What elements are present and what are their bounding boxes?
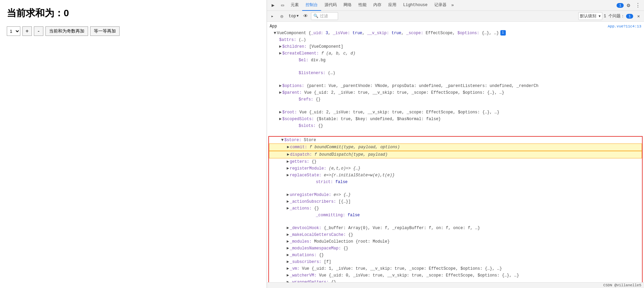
- local-getters-cache-line: ► _makeLocalGettersCache: {}: [269, 231, 642, 238]
- close-drawer-icon[interactable]: ✕: [635, 12, 643, 20]
- commit-toggle[interactable]: ►: [287, 144, 289, 150]
- store-section: ▼ $store: Store ► commit: f boundCommit(…: [268, 136, 643, 282]
- root-val: Vue {_uid: 2, _isVue: true, __v_skip: tr…: [299, 109, 500, 115]
- plus-button[interactable]: +: [22, 26, 32, 36]
- more-tabs-button[interactable]: »: [450, 3, 455, 8]
- tab-console[interactable]: 控制台: [302, 0, 321, 11]
- context-select[interactable]: top ▼: [287, 13, 300, 19]
- tab-elements[interactable]: 元素: [287, 0, 302, 11]
- replace-state-toggle[interactable]: ►: [287, 172, 289, 178]
- local-getters-cache-toggle[interactable]: ►: [287, 232, 289, 238]
- action-subscribers-toggle[interactable]: ►: [287, 199, 289, 205]
- expand-toggle[interactable]: ▼: [274, 30, 276, 36]
- commit-line: ► commit: f boundCommit(type, payload, o…: [269, 143, 642, 151]
- issues-section: 1 个问题： 1: [604, 13, 633, 19]
- tab-application[interactable]: 应用: [385, 0, 400, 11]
- watcher-vm-toggle[interactable]: ►: [287, 272, 289, 279]
- clear-console-icon[interactable]: ▸: [268, 12, 276, 20]
- tab-recorder[interactable]: 记录器: [431, 0, 450, 11]
- watcher-vm-line: ► _watcherVM: Vue {_uid: 0, _isVue: true…: [269, 272, 642, 279]
- context-dropdown-icon: ▼: [297, 14, 299, 18]
- subscribers-line: ► _subscribers: [f]: [269, 259, 642, 265]
- modules-line: ► _modules: ModuleCollection {root: Modu…: [269, 238, 642, 245]
- attrs-val: (…): [299, 37, 306, 43]
- unregister-module-toggle[interactable]: ►: [287, 192, 289, 198]
- actions-key: _actions:: [290, 205, 312, 212]
- number-select[interactable]: 1 2 3: [7, 26, 20, 36]
- replace-state-line: ► replaceState: e=>{r.initialState=w(e),…: [269, 172, 642, 179]
- devtool-hook-line: ► _devtoolHook: {_buffer: Array(0), Vue:…: [269, 225, 642, 231]
- options-line: ► $options: {parent: Vue, _parentVnode: …: [267, 83, 644, 89]
- create-element-val: f (a, b, c, d): [321, 50, 355, 57]
- minus-button[interactable]: -: [34, 26, 43, 36]
- log-level-dropdown-icon: ▼: [599, 15, 601, 18]
- subscribers-toggle[interactable]: ►: [287, 259, 289, 265]
- eye-icon[interactable]: 👁: [302, 12, 310, 20]
- filter-input[interactable]: 🔍 过滤: [311, 12, 338, 20]
- devtools-second-toolbar: ▸ ◎ top ▼ 👁 🔍 过滤 默认级别 ▼ 1 个问题： 1 ✕: [267, 11, 644, 22]
- device-toggle-icon[interactable]: ▭: [278, 1, 287, 10]
- tab-network[interactable]: 网络: [340, 0, 355, 11]
- parent-toggle[interactable]: ►: [279, 90, 282, 96]
- actions-toggle[interactable]: ►: [287, 205, 289, 212]
- issues-badge: 1: [617, 3, 624, 8]
- committing-line: _committing: false: [269, 212, 642, 225]
- add-if-odd-button[interactable]: 当前和为奇数再加: [45, 26, 88, 36]
- dispatch-toggle[interactable]: ►: [287, 152, 289, 158]
- file-link[interactable]: App.vue?11c4:13: [608, 23, 641, 29]
- tab-performance[interactable]: 性能: [355, 0, 370, 11]
- listeners-key: $listeners:: [299, 70, 326, 76]
- local-getters-cache-key: _makeLocalGettersCache:: [290, 232, 346, 238]
- devtools-top-toolbar: ▶ ▭ 元素 控制台 源代码 网络 性能 内存 应用 Lighthouse 记录…: [267, 0, 644, 11]
- store-key: $store:: [284, 137, 301, 143]
- slots-val: {}: [318, 123, 323, 129]
- register-module-val: (e,t,o)=> {…}: [329, 165, 360, 172]
- parent-line: ► $parent: Vue {_uid: 2, _isVue: true, _…: [267, 89, 644, 96]
- parent-val: Vue {_uid: 2, _isVue: true, __v_skip: tr…: [304, 90, 504, 96]
- vm-toggle[interactable]: ►: [287, 266, 289, 272]
- modules-namespace-map-toggle[interactable]: ►: [287, 245, 289, 251]
- options-toggle[interactable]: ►: [279, 83, 282, 89]
- devtool-hook-val: {_buffer: Array(0), Vue: f, _replayBuffe…: [324, 225, 480, 231]
- create-element-line: ► $createElement: f (a, b, c, d): [267, 50, 644, 57]
- devtool-hook-key: _devtoolHook:: [290, 225, 321, 231]
- el-key: $el:: [299, 57, 309, 63]
- unregister-module-val: e=> {…}: [334, 192, 351, 198]
- store-val: Store: [304, 137, 316, 143]
- subscribers-key: _subscribers:: [290, 259, 321, 265]
- tab-lighthouse[interactable]: Lighthouse: [400, 0, 431, 11]
- actions-line: ► _actions: {}: [269, 205, 642, 212]
- children-toggle[interactable]: ►: [279, 44, 282, 50]
- actions-val: {}: [314, 205, 319, 212]
- register-module-toggle[interactable]: ►: [287, 165, 289, 172]
- bottom-bar: CSDN @Villanelle5: [267, 282, 644, 288]
- vue-component-line: ▼ VueComponent {_uid: 3, _isVue: true, _…: [267, 30, 644, 37]
- wrapped-getters-line: ► _wrappedGetters: {}: [269, 279, 642, 282]
- action-subscribers-line: ► _actionSubscribers: [{…}]: [269, 198, 642, 205]
- register-module-line: ► registerModule: (e,t,o)=> {…}: [269, 165, 642, 172]
- scoped-slots-key: $scopedSlots:: [282, 116, 314, 122]
- settings-icon[interactable]: ⚙: [624, 1, 633, 10]
- block-icon[interactable]: ◎: [278, 12, 286, 20]
- modules-namespace-map-line: ► _modulesNamespaceMap: {}: [269, 245, 642, 252]
- log-level-label: 默认级别: [580, 14, 596, 19]
- getters-toggle[interactable]: ►: [287, 159, 289, 165]
- tab-memory[interactable]: 内存: [370, 0, 385, 11]
- tab-sources[interactable]: 源代码: [321, 0, 340, 11]
- store-toggle[interactable]: ▼: [281, 137, 284, 143]
- create-element-toggle[interactable]: ►: [279, 50, 282, 57]
- wrapped-getters-toggle[interactable]: ►: [287, 279, 289, 282]
- listeners-line: $listeners: (…): [267, 70, 644, 83]
- devtool-hook-toggle[interactable]: ►: [287, 225, 289, 231]
- more-options-icon[interactable]: ⋮: [633, 1, 643, 10]
- inspect-element-icon[interactable]: ▶: [268, 1, 278, 10]
- log-level-select[interactable]: 默认级别 ▼: [578, 12, 602, 20]
- root-toggle[interactable]: ►: [279, 109, 282, 115]
- vm-key: _vm:: [290, 266, 299, 272]
- scoped-slots-toggle[interactable]: ►: [279, 116, 282, 122]
- issues-count-badge: 1: [626, 14, 633, 19]
- mutations-toggle[interactable]: ►: [287, 252, 289, 258]
- console-output: App App.vue?11c4:13 ▼ VueComponent {_uid…: [267, 22, 644, 282]
- modules-toggle[interactable]: ►: [287, 239, 289, 245]
- add-delayed-button[interactable]: 等一等再加: [90, 26, 120, 36]
